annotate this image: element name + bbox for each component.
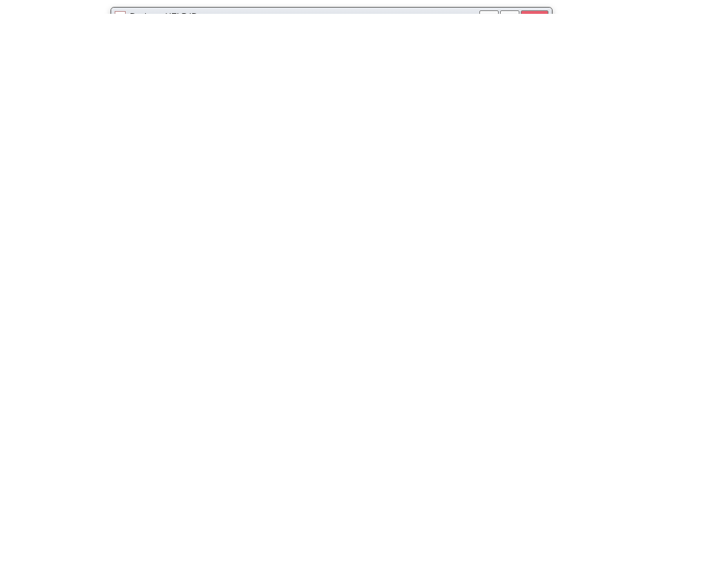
app-icon: ⊕: [115, 11, 126, 15]
titlebar: ⊕ Designar HELP ID — ▢ ✕: [111, 8, 552, 14]
dialog-window: ⊕ Designar HELP ID — ▢ ✕ Tópicos e contr…: [111, 7, 553, 14]
close-window-button[interactable]: ✕: [521, 10, 548, 15]
maximize-button[interactable]: ▢: [500, 10, 519, 15]
minimize-button[interactable]: —: [479, 10, 499, 15]
window-title: Designar HELP ID: [130, 12, 479, 15]
